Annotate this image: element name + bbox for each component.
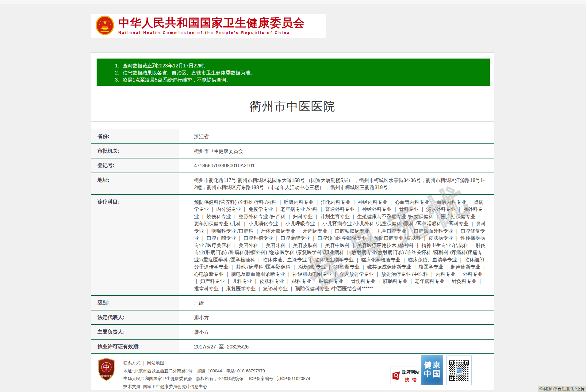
field-label: 登记号: <box>91 158 179 173</box>
svg-text:★: ★ <box>100 20 102 22</box>
field-label: 法定代表人: <box>91 310 179 325</box>
field-value: 廖小方 <box>179 325 494 339</box>
gov-site-error-badge[interactable]: 政府网站 找错 <box>390 367 421 385</box>
field-value: 浙江省 <box>179 129 494 143</box>
field-value: 三级 <box>179 296 494 310</box>
table-row-approval-authority: 审批机关: 衢州市卫生健康委员会 <box>91 143 494 158</box>
title-separator <box>91 121 494 122</box>
field-label: 主要负责人: <box>91 325 179 339</box>
image-upload-watermark: ©本图由平台注册用户上传 <box>538 386 586 392</box>
notice-line-3: 3、凌晨1点至凌晨5点系统进行维护，不能提供查询。 <box>115 76 484 83</box>
field-value: 47186607033080010A2101 <box>179 158 494 173</box>
content-card: 1、查询数据截止到2023年12月17日22时; 2、信息数据结果以各省、自治区… <box>91 52 494 390</box>
magnifier-flag-icon <box>392 371 400 381</box>
site-title-block: 中华人民共和国国家卫生健康委员会 National Health Commiss… <box>118 17 305 35</box>
field-label: 级别: <box>91 296 179 310</box>
notice-box: 1、查询数据截止到2023年12月17日22时; 2、信息数据结果以各省、自治区… <box>97 59 490 86</box>
footer-text-block: 联系方式 ｜ 网站地图 地址: 北京市西城区西直门外南路1号 邮编: 10004… <box>123 359 310 390</box>
field-value: 预防保健科(营养科) /全科医疗科 /内科 ｜ 呼吸内科专业 ｜ 消化内科专业 … <box>179 195 494 295</box>
site-title-en: National Health Commission of the People… <box>118 31 305 35</box>
footer-link-sitemap[interactable]: 网站地图 <box>147 360 164 365</box>
notice-line-1: 1、查询数据截止到2023年12月17日22时; <box>115 62 484 69</box>
site-title-zh: 中华人民共和国国家卫生健康委员会 <box>118 17 305 29</box>
health-china-logo[interactable]: 健康 中国 <box>421 355 443 385</box>
footer-address-line: 地址: 北京市西城区西直门外南路1号 邮编: 100044 电话: 010-68… <box>123 367 310 375</box>
gov-site-error-text: 政府网站 找错 <box>402 369 419 383</box>
hospital-info-table: 省份: 浙江省 审批机关: 衢州市卫生健康委员会 登记号: 4718660703… <box>91 129 494 354</box>
footer-separator <box>91 353 494 353</box>
svg-text:中国: 中国 <box>457 371 461 373</box>
field-label: 诊疗科目: <box>91 195 179 295</box>
svg-text:健康: 健康 <box>457 368 461 371</box>
footer-link-separator: ｜ <box>142 360 146 365</box>
field-value: 衢州市衢化路117号;衢州市柯城区花园东大道158号 （国资大厦副楼5层） ；衢… <box>179 173 494 194</box>
svg-text:★: ★ <box>102 19 107 25</box>
table-row-address: 地址: 衢州市衢化路117号;衢州市柯城区花园东大道158号 （国资大厦副楼5层… <box>91 173 494 194</box>
svg-text:党政机关: 党政机关 <box>101 375 112 378</box>
field-value: 廖小方 <box>179 310 494 325</box>
table-row-license-validity: 执业许可证有效期: 2017/5/27 -至- 2032/5/26 <box>91 339 494 354</box>
notice-line-2: 2、信息数据结果以各省、自治区、直辖市卫生健康委数据为准。 <box>115 69 484 76</box>
party-gov-badge-icon: 中 党政机关 <box>98 357 115 382</box>
svg-text:中: 中 <box>103 364 110 371</box>
table-row-person-in-charge: 主要负责人: 廖小方 <box>91 324 494 339</box>
field-value: 2017/5/27 -至- 2032/5/26 <box>179 340 494 354</box>
footer-support-line: 技术支持: 国家卫生健康委员会统计信息中心 <box>123 383 310 391</box>
table-row-legal-representative: 法定代表人: 廖小方 <box>91 310 494 325</box>
svg-text:★: ★ <box>109 23 111 25</box>
field-value: 衢州市卫生健康委员会 <box>179 144 494 158</box>
field-label: 审批机关: <box>91 144 179 158</box>
table-row-registration-number: 登记号: 47186607033080010A2101 <box>91 158 494 173</box>
field-label: 地址: <box>91 173 179 194</box>
footer-copyright-line: 中华人民共和国国家卫生健康委员会 版权所有，不得非法镜像. ICP备案编号: 京… <box>123 375 310 383</box>
top-strip <box>0 0 586 4</box>
svg-text:★: ★ <box>108 20 110 22</box>
table-row-province: 省份: 浙江省 <box>91 129 494 143</box>
footer-link-contact[interactable]: 联系方式 <box>123 360 140 365</box>
site-header: ★ ★ ★ ★ ★ 中华人民共和国国家卫生健康委员会 National Heal… <box>91 14 326 38</box>
svg-text:★: ★ <box>98 23 100 25</box>
national-emblem-icon: ★ ★ ★ ★ ★ <box>95 15 115 36</box>
table-row-level: 级别: 三级 <box>91 295 494 310</box>
field-label: 执业许可证有效期: <box>91 340 179 354</box>
page-title: 衢州市中医医院 <box>91 99 494 114</box>
field-label: 省份: <box>91 129 179 143</box>
table-row-medical-subjects: 诊疗科目: 预防保健科(营养科) /全科医疗科 /内科 ｜ 呼吸内科专业 ｜ 消… <box>91 194 494 295</box>
qr-code: 健康 中国 <box>446 356 472 385</box>
